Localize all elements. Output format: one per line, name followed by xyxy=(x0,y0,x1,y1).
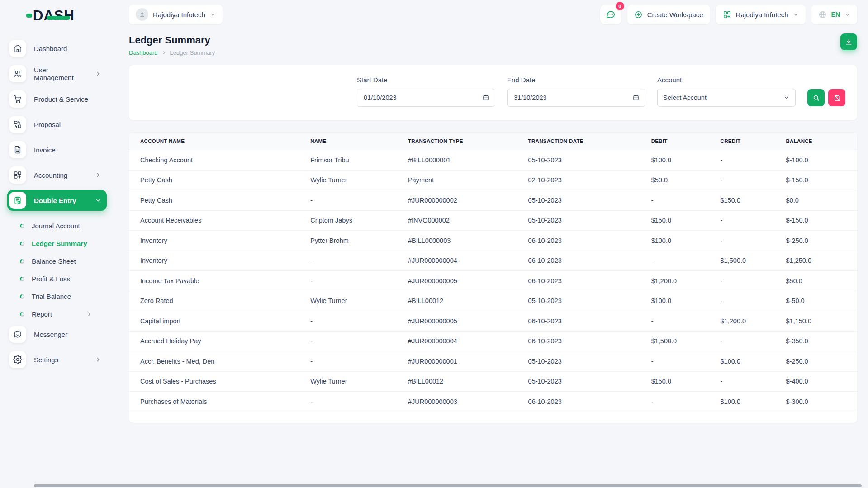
table-cell: #BILL0000001 xyxy=(403,150,524,171)
table-cell: $100.0 xyxy=(716,392,782,412)
chevron-down-icon xyxy=(844,12,850,18)
home-icon xyxy=(9,40,26,57)
table-cell: - xyxy=(716,170,782,190)
proposal-icon xyxy=(9,116,26,133)
users-icon xyxy=(9,65,26,82)
language-selector[interactable]: EN xyxy=(811,5,857,24)
submenu-item-label: Ledger Summary xyxy=(32,240,87,247)
table-cell: $-50.0 xyxy=(782,291,858,311)
submenu-item-profit-loss[interactable]: Profit & Loss xyxy=(20,270,107,288)
sidebar: DASH Dashboard User Management xyxy=(0,0,113,488)
sidebar-item-double-entry[interactable]: Double Entry xyxy=(7,190,107,211)
table-cell: 05-10-2023 xyxy=(524,291,647,311)
table-cell: #JUR000000003 xyxy=(403,392,524,412)
table-cell: $1,500.0 xyxy=(647,331,716,351)
table-cell: Purchases of Materials xyxy=(129,392,306,412)
company-selector[interactable]: Rajodiya Infotech xyxy=(716,5,806,24)
end-date-input-wrap xyxy=(507,89,645,107)
table-row: Inventory-#JUR00000000406-10-2023-$1,500… xyxy=(129,251,857,271)
sidebar-item-messenger[interactable]: Messenger xyxy=(7,324,107,345)
download-button[interactable] xyxy=(840,33,857,50)
messages-button[interactable]: 0 xyxy=(600,5,621,24)
sidebar-item-user-management[interactable]: User Management xyxy=(7,63,107,84)
account-select[interactable]: Select Account xyxy=(657,89,796,107)
table-cell: $0.0 xyxy=(782,190,858,211)
bullet-icon xyxy=(20,277,24,281)
chevron-down-icon xyxy=(793,12,799,18)
chat-bubble-icon xyxy=(606,9,616,19)
table-row: Petty CashWylie TurnerPayment02-10-2023$… xyxy=(129,170,857,190)
download-icon xyxy=(845,38,853,46)
filter-card: Start Date End Date Accoun xyxy=(129,65,857,120)
table-cell: 06-10-2023 xyxy=(524,392,647,412)
table-cell: 06-10-2023 xyxy=(524,251,647,271)
sidebar-item-dashboard[interactable]: Dashboard xyxy=(7,38,107,59)
start-date-input[interactable] xyxy=(363,94,482,102)
end-date-field: End Date xyxy=(507,76,645,107)
double-entry-icon xyxy=(9,192,26,209)
submenu-item-journal-account[interactable]: Journal Account xyxy=(20,217,107,235)
app-root: DASH Dashboard User Management xyxy=(0,0,868,488)
table-cell: $1,200.0 xyxy=(647,271,716,291)
sidebar-item-label: User Management xyxy=(34,66,87,81)
chevron-down-icon xyxy=(783,95,790,101)
create-workspace-button[interactable]: Create Workspace xyxy=(627,5,710,24)
table-cell: #BILL00012 xyxy=(403,371,524,392)
table-cell: #BILL00012 xyxy=(403,291,524,311)
submenu-item-ledger-summary[interactable]: Ledger Summary xyxy=(20,235,107,252)
table-cell: $1,200.0 xyxy=(716,311,782,332)
calendar-icon[interactable] xyxy=(482,94,489,101)
table-cell: Petty Cash xyxy=(129,190,306,211)
column-header-account-name: ACCOUNT NAME xyxy=(129,133,306,150)
table-cell: Income Tax Payable xyxy=(129,271,306,291)
sidebar-item-invoice[interactable]: Invoice xyxy=(7,139,107,160)
table-row: Purchases of Materials-#JUR00000000306-1… xyxy=(129,392,857,412)
table-cell: $-400.0 xyxy=(782,371,858,392)
table-cell: - xyxy=(306,271,403,291)
table-cell: Inventory xyxy=(129,231,306,251)
sidebar-item-label: Proposal xyxy=(34,121,101,128)
table-cell: $150.0 xyxy=(647,371,716,392)
submenu-item-trial-balance[interactable]: Trial Balance xyxy=(20,288,107,305)
sidebar-item-proposal[interactable]: Proposal xyxy=(7,114,107,135)
submenu-item-label: Trial Balance xyxy=(32,293,71,300)
table-cell: Inventory xyxy=(129,251,306,271)
table-cell: $1,250.0 xyxy=(782,251,858,271)
calendar-icon[interactable] xyxy=(632,94,640,101)
start-date-field: Start Date xyxy=(357,76,495,107)
page-title: Ledger Summary xyxy=(129,34,857,46)
breadcrumb-separator-icon xyxy=(161,50,166,55)
table-cell: 06-10-2023 xyxy=(524,271,647,291)
table-cell: - xyxy=(716,331,782,351)
sidebar-item-label: Invoice xyxy=(34,146,101,154)
chevron-right-icon xyxy=(86,311,92,317)
table-cell: $1,150.0 xyxy=(782,311,858,332)
submenu-item-balance-sheet[interactable]: Balance Sheet xyxy=(20,252,107,270)
search-icon xyxy=(812,94,820,102)
table-cell: - xyxy=(647,392,716,412)
submenu-item-report[interactable]: Report xyxy=(20,305,107,323)
gear-icon xyxy=(9,351,26,368)
search-button[interactable] xyxy=(807,89,825,106)
breadcrumb-dashboard-link[interactable]: Dashboard xyxy=(129,49,158,56)
table-cell: Petty Cash xyxy=(129,170,306,190)
bullet-icon xyxy=(20,242,24,246)
messages-badge: 0 xyxy=(616,2,624,10)
sidebar-item-label: Dashboard xyxy=(34,45,101,52)
table-cell: 05-10-2023 xyxy=(524,190,647,211)
table-cell: - xyxy=(716,210,782,231)
table-cell: $1,500.0 xyxy=(716,251,782,271)
end-date-input[interactable] xyxy=(513,94,632,102)
workspace-selector[interactable]: Rajodiya Infotech xyxy=(129,5,223,24)
brand-logo[interactable]: DASH xyxy=(0,5,113,25)
logo-accent-bar xyxy=(47,16,70,20)
column-header-debit: DEBIT xyxy=(647,133,716,150)
sidebar-item-accounting[interactable]: Accounting xyxy=(7,165,107,185)
sidebar-item-product-service[interactable]: Product & Service xyxy=(7,89,107,109)
horizontal-scrollbar[interactable] xyxy=(34,484,862,487)
reset-button[interactable] xyxy=(828,89,845,106)
sidebar-item-settings[interactable]: Settings xyxy=(7,349,107,370)
messenger-icon xyxy=(9,326,26,343)
chevron-right-icon xyxy=(95,71,101,77)
table-cell: $50.0 xyxy=(647,170,716,190)
